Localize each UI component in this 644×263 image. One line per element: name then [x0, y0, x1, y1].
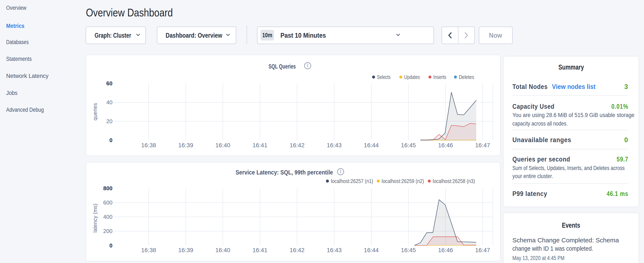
svg-text:16:46: 16:46: [438, 247, 453, 253]
svg-text:16:43: 16:43: [327, 142, 342, 149]
svg-text:16:42: 16:42: [290, 142, 304, 149]
svg-text:0: 0: [110, 137, 112, 143]
svg-text:40: 40: [106, 99, 112, 106]
svg-text:16:41: 16:41: [252, 142, 268, 149]
svg-text:16:44: 16:44: [364, 142, 379, 149]
svg-text:Service Latency: SQL, 99th per: Service Latency: SQL, 99th percentile: [236, 169, 333, 176]
svg-text:16:39: 16:39: [178, 142, 193, 149]
svg-text:20: 20: [106, 118, 112, 124]
svg-text:localhost:26259 (n2): localhost:26259 (n2): [382, 178, 424, 184]
svg-text:Selects: Selects: [377, 74, 390, 80]
svg-text:Updates: Updates: [404, 74, 420, 80]
svg-text:queries: queries: [92, 103, 98, 120]
svg-text:16:45: 16:45: [401, 247, 416, 253]
svg-text:16:43: 16:43: [327, 247, 342, 253]
svg-text:16:38: 16:38: [141, 247, 156, 253]
svg-text:localhost:26257 (n1): localhost:26257 (n1): [331, 178, 373, 184]
svg-text:Deletes: Deletes: [459, 74, 474, 80]
svg-text:16:40: 16:40: [216, 142, 230, 149]
svg-text:16:38: 16:38: [141, 142, 156, 149]
svg-text:latency (ms): latency (ms): [92, 204, 98, 232]
svg-text:60: 60: [106, 80, 112, 87]
svg-text:Inserts: Inserts: [433, 74, 446, 80]
svg-text:600: 600: [103, 199, 112, 206]
svg-text:localhost:26258 (n3): localhost:26258 (n3): [433, 178, 475, 184]
svg-text:16:41: 16:41: [252, 247, 268, 253]
svg-text:200: 200: [103, 228, 112, 234]
svg-text:16:39: 16:39: [178, 247, 193, 253]
svg-text:16:42: 16:42: [290, 247, 304, 253]
svg-text:16:44: 16:44: [364, 247, 379, 253]
svg-text:800: 800: [103, 185, 112, 191]
svg-text:16:47: 16:47: [475, 247, 490, 253]
svg-text:16:45: 16:45: [401, 142, 416, 149]
svg-text:0: 0: [110, 242, 112, 249]
svg-text:400: 400: [103, 214, 112, 220]
svg-text:SQL Queries: SQL Queries: [268, 63, 296, 70]
svg-text:16:40: 16:40: [216, 247, 230, 253]
